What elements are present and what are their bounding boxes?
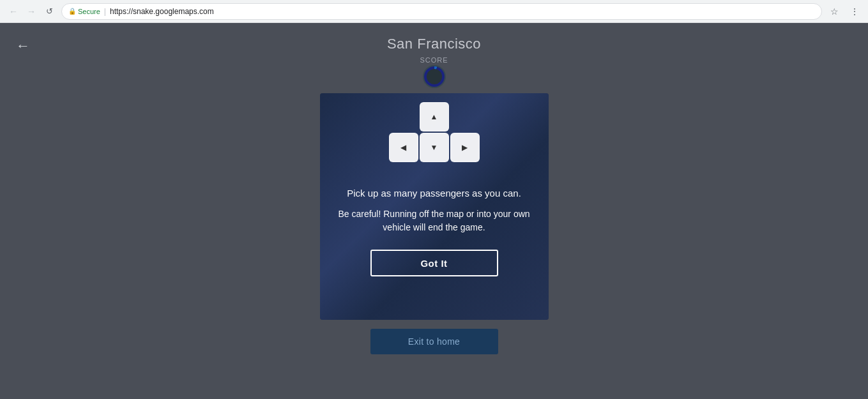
address-bar[interactable]: 🔒 Secure | https://snake.googlemaps.com xyxy=(61,3,822,20)
back-nav-button[interactable]: ← xyxy=(5,3,22,20)
directional-controls: ▲ ◀ ▼ ▶ xyxy=(389,102,480,162)
back-button[interactable]: ← xyxy=(11,34,34,57)
city-title: San Francisco xyxy=(387,36,481,52)
got-it-button[interactable]: Got It xyxy=(370,250,498,276)
left-arrow-button[interactable]: ◀ xyxy=(389,133,418,162)
controls-top-row: ▲ xyxy=(420,102,449,132)
secure-badge: 🔒 Secure xyxy=(68,8,100,15)
instruction-line1: Pick up as many passengers as you can. xyxy=(347,188,521,199)
game-container: ← San Francisco Score ▲ ◀ ▼ ▶ Pick up as… xyxy=(0,23,868,399)
up-arrow-button[interactable]: ▲ xyxy=(420,102,449,132)
score-label: Score xyxy=(420,56,448,64)
url-divider: | xyxy=(104,7,106,16)
score-section: Score xyxy=(420,56,448,88)
browser-chrome: ← → ↺ 🔒 Secure | https://snake.googlemap… xyxy=(0,0,868,23)
forward-nav-button[interactable]: → xyxy=(23,3,40,20)
game-card: ▲ ◀ ▼ ▶ Pick up as many passengers as yo… xyxy=(320,93,549,320)
right-arrow-button[interactable]: ▶ xyxy=(450,133,480,162)
score-circle-inner xyxy=(427,69,442,84)
controls-middle-row: ◀ ▼ ▶ xyxy=(389,133,480,162)
instruction-line2: Be careful! Running off the map or into … xyxy=(333,207,536,234)
reload-button[interactable]: ↺ xyxy=(41,3,57,20)
score-circle xyxy=(423,65,446,88)
lock-icon: 🔒 xyxy=(68,8,76,15)
secure-text: Secure xyxy=(78,8,100,15)
url-text: https://snake.googlemaps.com xyxy=(110,7,214,16)
instruction-overlay: Pick up as many passengers as you can. B… xyxy=(320,188,549,276)
down-arrow-button[interactable]: ▼ xyxy=(420,133,449,162)
bookmark-button[interactable]: ☆ xyxy=(826,3,842,20)
exit-to-home-button[interactable]: Exit to home xyxy=(370,329,498,354)
chrome-menu-button[interactable]: ⋮ xyxy=(846,3,863,20)
nav-buttons: ← → ↺ xyxy=(5,3,57,20)
